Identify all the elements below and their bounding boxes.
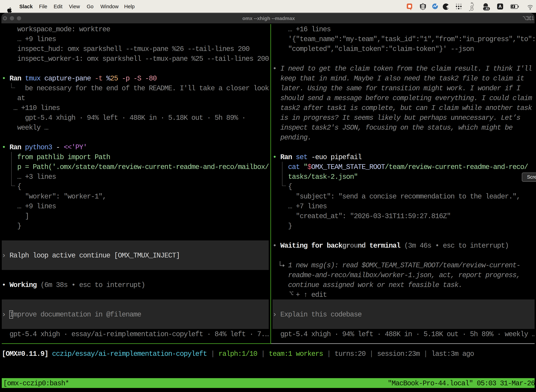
svg-text:A: A <box>498 4 502 9</box>
svg-text:..61: ..61 <box>484 7 489 10</box>
